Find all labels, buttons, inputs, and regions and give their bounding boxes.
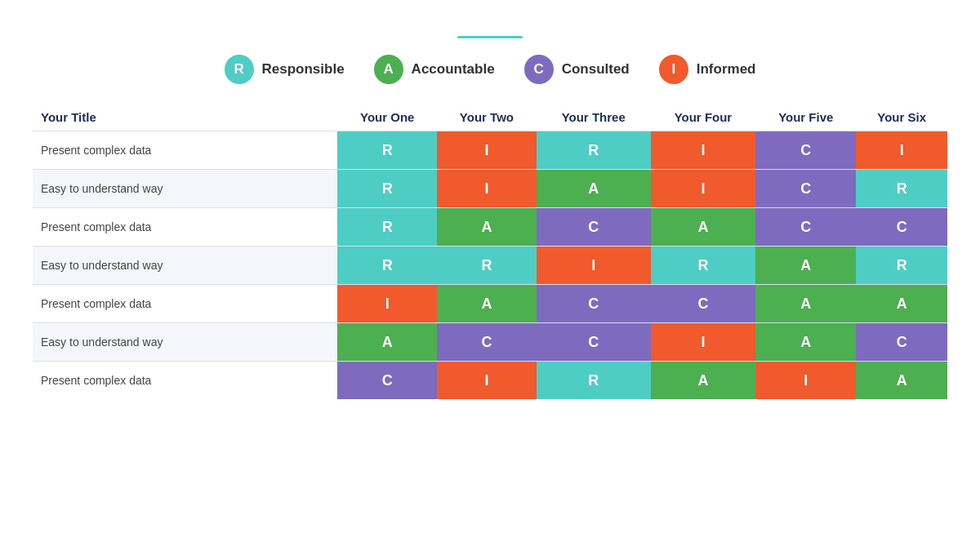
badge-0-4: C: [755, 131, 856, 169]
raci-table: Your TitleYour OneYour TwoYour ThreeYour…: [33, 104, 947, 399]
cell-6-3: A: [651, 362, 755, 400]
cell-5-5: C: [856, 323, 947, 362]
cell-1-2: A: [537, 170, 651, 208]
legend-label-a: Accountable: [412, 61, 495, 78]
cell-0-5: I: [856, 131, 947, 170]
badge-5-2: C: [537, 323, 651, 361]
badge-4-3: C: [651, 285, 755, 322]
cell-6-0: C: [337, 362, 437, 400]
col-header-5: Your Five: [755, 104, 856, 131]
badge-3-5: R: [856, 247, 947, 284]
cell-6-5: A: [856, 362, 947, 400]
cell-2-5: C: [856, 208, 947, 247]
cell-5-1: C: [437, 323, 536, 362]
cell-3-0: R: [337, 247, 437, 285]
cell-0-1: I: [437, 131, 536, 170]
badge-2-1: A: [437, 208, 536, 246]
badge-6-3: A: [651, 362, 755, 399]
row-3-title: Easy to understand way: [33, 247, 337, 285]
cell-5-2: C: [537, 323, 651, 362]
row-4-title: Present complex data: [33, 285, 337, 323]
badge-4-0: I: [337, 285, 437, 322]
badge-5-1: C: [437, 323, 536, 361]
table-row: Easy to understand wayACCIAC: [33, 323, 947, 362]
badge-5-3: I: [651, 323, 755, 361]
table-row: Present complex dataCIRAIA: [33, 362, 947, 400]
legend-label-r: Responsible: [262, 61, 345, 78]
badge-6-5: A: [856, 362, 947, 399]
badge-0-5: I: [856, 131, 947, 169]
col-header-6: Your Six: [856, 104, 947, 131]
badge-3-4: A: [755, 247, 856, 284]
badge-0-3: I: [651, 131, 755, 169]
legend-label-c: Consulted: [562, 61, 630, 78]
cell-5-4: A: [755, 323, 856, 362]
badge-2-3: A: [651, 208, 755, 246]
badge-2-4: C: [755, 208, 856, 246]
legend-item-c: CConsulted: [524, 55, 630, 84]
badge-1-4: C: [755, 170, 856, 207]
row-2-title: Present complex data: [33, 208, 337, 247]
title-underline: [457, 36, 523, 38]
cell-1-3: I: [651, 170, 755, 208]
cell-2-4: C: [755, 208, 856, 247]
badge-2-0: R: [337, 208, 437, 246]
legend-item-r: RResponsible: [225, 55, 345, 84]
badge-3-0: R: [337, 247, 437, 284]
badge-6-0: C: [337, 362, 437, 399]
cell-5-0: A: [337, 323, 437, 362]
table-row: Present complex dataRIRICI: [33, 131, 947, 170]
badge-3-1: R: [437, 247, 536, 284]
cell-0-0: R: [337, 131, 437, 170]
badge-1-3: I: [651, 170, 755, 207]
cell-4-0: I: [337, 285, 437, 323]
badge-3-3: R: [651, 247, 755, 284]
badge-1-2: A: [537, 170, 651, 207]
badge-0-1: I: [437, 131, 536, 169]
badge-6-1: I: [437, 362, 536, 399]
cell-3-5: R: [856, 247, 947, 285]
cell-1-4: C: [755, 170, 856, 208]
cell-1-1: I: [437, 170, 536, 208]
cell-4-1: A: [437, 285, 536, 323]
cell-1-5: R: [856, 170, 947, 208]
cell-4-2: C: [537, 285, 651, 323]
badge-2-5: C: [856, 208, 947, 246]
cell-0-3: I: [651, 131, 755, 170]
badge-1-0: R: [337, 170, 437, 207]
badge-0-2: R: [537, 131, 651, 169]
table-row: Easy to understand wayRRIRAR: [33, 247, 947, 285]
row-0-title: Present complex data: [33, 131, 337, 170]
col-header-3: Your Three: [537, 104, 651, 131]
row-6-title: Present complex data: [33, 362, 337, 400]
cell-4-4: A: [755, 285, 856, 323]
raci-table-wrapper: Your TitleYour OneYour TwoYour ThreeYour…: [33, 104, 947, 399]
badge-5-0: A: [337, 323, 437, 361]
legend-circle-r: R: [225, 55, 254, 84]
cell-2-2: C: [537, 208, 651, 247]
badge-4-5: A: [856, 285, 947, 322]
col-header-1: Your One: [337, 104, 437, 131]
badge-0-0: R: [337, 131, 437, 169]
legend-circle-i: I: [659, 55, 688, 84]
cell-6-4: I: [755, 362, 856, 400]
cell-5-3: I: [651, 323, 755, 362]
cell-1-0: R: [337, 170, 437, 208]
table-row: Present complex dataRACACC: [33, 208, 947, 247]
legend-circle-c: C: [524, 55, 554, 84]
cell-3-4: A: [755, 247, 856, 285]
cell-0-4: C: [755, 131, 856, 170]
badge-6-2: R: [537, 362, 651, 399]
badge-5-5: C: [856, 323, 947, 361]
legend-bar: RResponsibleAAccountableCConsultedIInfor…: [225, 55, 756, 84]
row-5-title: Easy to understand way: [33, 323, 337, 362]
table-row: Easy to understand wayRIAICR: [33, 170, 947, 208]
legend-circle-a: A: [374, 55, 403, 84]
cell-3-2: I: [537, 247, 651, 285]
row-1-title: Easy to understand way: [33, 170, 337, 208]
cell-2-3: A: [651, 208, 755, 247]
legend-item-i: IInformed: [659, 55, 756, 84]
col-header-4: Your Four: [651, 104, 755, 131]
cell-4-3: C: [651, 285, 755, 323]
cell-0-2: R: [537, 131, 651, 170]
